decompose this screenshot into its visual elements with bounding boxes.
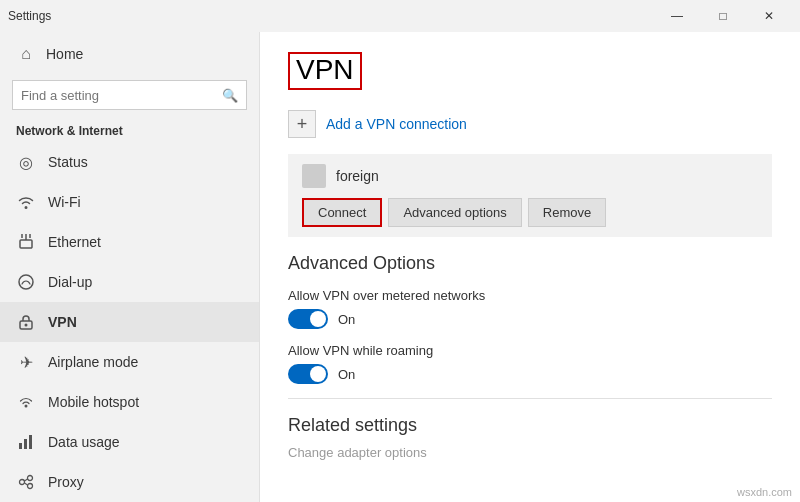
add-vpn-label: Add a VPN connection: [326, 116, 467, 132]
sidebar-label-dialup: Dial-up: [48, 274, 92, 290]
option1-label: Allow VPN over metered networks: [288, 288, 772, 303]
related-settings-section: Related settings Change adapter options: [288, 398, 772, 460]
hotspot-icon: [16, 392, 36, 412]
sidebar-item-proxy[interactable]: Proxy: [0, 462, 259, 502]
option1-toggle-label: On: [338, 312, 355, 327]
advanced-options-button[interactable]: Advanced options: [388, 198, 521, 227]
page-title: VPN: [288, 52, 362, 90]
close-button[interactable]: ✕: [746, 0, 792, 32]
home-icon: ⌂: [16, 44, 36, 64]
vpn-entry-buttons: Connect Advanced options Remove: [302, 198, 758, 227]
ethernet-icon: [16, 232, 36, 252]
content-area: VPN + Add a VPN connection foreign Conne…: [260, 32, 800, 502]
minimize-button[interactable]: —: [654, 0, 700, 32]
sidebar-item-wifi[interactable]: Wi-Fi: [0, 182, 259, 222]
sidebar-section-title: Network & Internet: [0, 118, 259, 142]
svg-rect-10: [29, 435, 32, 449]
svg-point-6: [25, 324, 28, 327]
add-vpn-icon: +: [288, 110, 316, 138]
svg-line-14: [25, 479, 28, 481]
sidebar-item-ethernet[interactable]: Ethernet: [0, 222, 259, 262]
sidebar-item-airplane[interactable]: ✈ Airplane mode: [0, 342, 259, 382]
sidebar-search-box[interactable]: 🔍: [12, 80, 247, 110]
change-adapter-link[interactable]: Change adapter options: [288, 445, 427, 460]
sidebar-item-hotspot[interactable]: Mobile hotspot: [0, 382, 259, 422]
option2-toggle-row: On: [288, 364, 772, 384]
vpn-icon: [16, 312, 36, 332]
sidebar-label-wifi: Wi-Fi: [48, 194, 81, 210]
proxy-icon: [16, 472, 36, 492]
sidebar-item-dialup[interactable]: Dial-up: [0, 262, 259, 302]
vpn-entry: foreign Connect Advanced options Remove: [288, 154, 772, 237]
option2-toggle-label: On: [338, 367, 355, 382]
advanced-options-section: Advanced Options Allow VPN over metered …: [288, 253, 772, 384]
svg-rect-8: [19, 443, 22, 449]
svg-point-11: [20, 480, 25, 485]
sidebar-item-home[interactable]: ⌂ Home: [0, 32, 259, 76]
option2-label: Allow VPN while roaming: [288, 343, 772, 358]
wifi-icon: [16, 192, 36, 212]
option1-toggle[interactable]: [288, 309, 328, 329]
option2-toggle[interactable]: [288, 364, 328, 384]
maximize-button[interactable]: □: [700, 0, 746, 32]
sidebar-home-label: Home: [46, 46, 83, 62]
watermark: wsxdn.com: [737, 486, 792, 498]
sidebar: ⌂ Home 🔍 Network & Internet ◎ Status Wi-…: [0, 32, 260, 502]
sidebar-label-airplane: Airplane mode: [48, 354, 138, 370]
svg-point-13: [28, 484, 33, 489]
app-body: ⌂ Home 🔍 Network & Internet ◎ Status Wi-…: [0, 32, 800, 502]
remove-button[interactable]: Remove: [528, 198, 606, 227]
sidebar-label-datausage: Data usage: [48, 434, 120, 450]
vpn-entry-name: foreign: [336, 168, 379, 184]
option1-toggle-row: On: [288, 309, 772, 329]
dialup-icon: [16, 272, 36, 292]
add-vpn-row[interactable]: + Add a VPN connection: [288, 110, 772, 138]
svg-rect-9: [24, 439, 27, 449]
sidebar-label-status: Status: [48, 154, 88, 170]
svg-point-12: [28, 476, 33, 481]
svg-rect-0: [20, 240, 32, 248]
sidebar-label-vpn: VPN: [48, 314, 77, 330]
search-input[interactable]: [21, 88, 222, 103]
advanced-options-title: Advanced Options: [288, 253, 772, 274]
sidebar-label-ethernet: Ethernet: [48, 234, 101, 250]
status-icon: ◎: [16, 152, 36, 172]
vpn-entry-header: foreign: [302, 164, 758, 188]
svg-point-7: [25, 405, 28, 408]
sidebar-label-hotspot: Mobile hotspot: [48, 394, 139, 410]
title-bar: Settings — □ ✕: [0, 0, 800, 32]
sidebar-item-datausage[interactable]: Data usage: [0, 422, 259, 462]
related-settings-title: Related settings: [288, 398, 772, 436]
sidebar-item-vpn[interactable]: VPN: [0, 302, 259, 342]
search-icon: 🔍: [222, 88, 238, 103]
window-controls: — □ ✕: [654, 0, 792, 32]
svg-line-15: [25, 483, 28, 485]
app-title: Settings: [8, 9, 654, 23]
svg-point-4: [19, 275, 33, 289]
airplane-icon: ✈: [16, 352, 36, 372]
sidebar-label-proxy: Proxy: [48, 474, 84, 490]
connect-button[interactable]: Connect: [302, 198, 382, 227]
vpn-entry-icon: [302, 164, 326, 188]
datausage-icon: [16, 432, 36, 452]
sidebar-item-status[interactable]: ◎ Status: [0, 142, 259, 182]
